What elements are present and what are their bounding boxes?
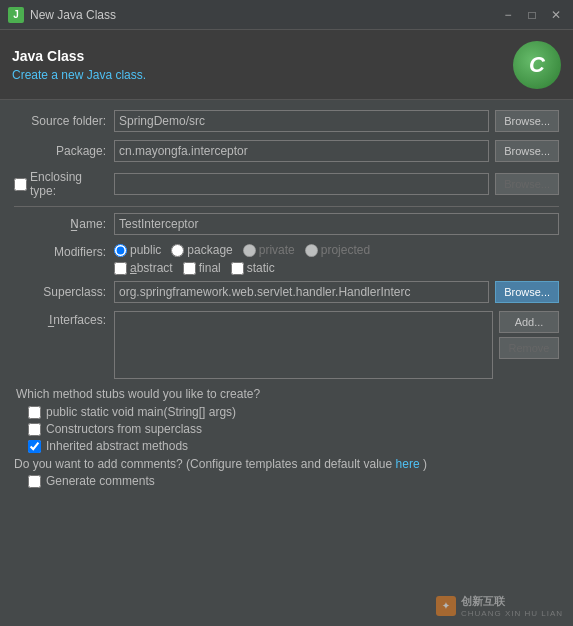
dialog-body: Java Class Create a new Java class. C So… bbox=[0, 30, 573, 626]
interfaces-textarea[interactable] bbox=[114, 311, 493, 379]
method-stubs-question: Which method stubs would you like to cre… bbox=[14, 387, 559, 401]
package-input[interactable] bbox=[114, 140, 489, 162]
window-title: New Java Class bbox=[30, 8, 499, 22]
source-folder-input[interactable] bbox=[114, 110, 489, 132]
separator-1 bbox=[14, 206, 559, 207]
name-label: N̲ame: bbox=[14, 217, 114, 231]
dialog-header: Java Class Create a new Java class. C bbox=[0, 30, 573, 100]
method-inherited-checkbox[interactable] bbox=[28, 440, 41, 453]
enclosing-type-label: Enclosing type: bbox=[30, 170, 110, 198]
method-inherited-item: Inherited abstract methods bbox=[14, 439, 559, 453]
comments-section: Do you want to add comments? (Configure … bbox=[14, 457, 559, 488]
close-button[interactable]: ✕ bbox=[547, 6, 565, 24]
enclosing-type-checkbox[interactable] bbox=[14, 178, 27, 191]
modifiers-check-line: abstract final static bbox=[114, 261, 559, 275]
superclass-browse-button[interactable]: Browse... bbox=[495, 281, 559, 303]
superclass-label: Superclass: bbox=[14, 285, 114, 299]
modifier-abstract-checkbox[interactable] bbox=[114, 262, 127, 275]
source-folder-browse-button[interactable]: Browse... bbox=[495, 110, 559, 132]
superclass-row: Superclass: Browse... bbox=[14, 281, 559, 303]
modifier-projected-label[interactable]: projected bbox=[305, 243, 370, 257]
enclosing-type-row: Enclosing type: Browse... bbox=[14, 170, 559, 198]
generate-comments-label: Generate comments bbox=[46, 474, 155, 488]
interfaces-buttons: Add... Remove bbox=[499, 311, 559, 359]
modifier-final-checkbox[interactable] bbox=[183, 262, 196, 275]
title-bar: J New Java Class − □ ✕ bbox=[0, 0, 573, 30]
remove-interface-button[interactable]: Remove bbox=[499, 337, 559, 359]
modifier-package-label[interactable]: package bbox=[171, 243, 232, 257]
app-icon-label: J bbox=[13, 9, 19, 20]
method-constructors-item: Constructors from superclass bbox=[14, 422, 559, 436]
generate-comments-checkbox[interactable] bbox=[28, 475, 41, 488]
package-browse-button[interactable]: Browse... bbox=[495, 140, 559, 162]
method-constructors-label: Constructors from superclass bbox=[46, 422, 202, 436]
generate-comments-item: Generate comments bbox=[14, 474, 559, 488]
logo-letter: C bbox=[529, 52, 545, 78]
modifier-package-radio[interactable] bbox=[171, 244, 184, 257]
modifiers-label: Modifiers: bbox=[14, 243, 114, 259]
modifier-final-label[interactable]: final bbox=[183, 261, 221, 275]
source-folder-row: Source folder: Browse... bbox=[14, 110, 559, 132]
enclosing-type-cb-wrapper: Enclosing type: bbox=[14, 170, 114, 198]
name-row: N̲ame: bbox=[14, 213, 559, 235]
package-label: Package: bbox=[14, 144, 114, 158]
java-class-logo: C bbox=[513, 41, 561, 89]
dialog-subtitle: Create a new Java class. bbox=[12, 68, 513, 82]
modifiers-row: Modifiers: public package private bbox=[14, 243, 559, 275]
comments-here-link[interactable]: here bbox=[396, 457, 420, 471]
watermark: ✦ 创新互联 CHUANG XIN HU LIAN bbox=[436, 594, 563, 618]
enclosing-type-browse-button[interactable]: Browse... bbox=[495, 173, 559, 195]
modifier-public-radio[interactable] bbox=[114, 244, 127, 257]
watermark-logo: ✦ bbox=[436, 596, 456, 616]
source-folder-label: Source folder: bbox=[14, 114, 114, 128]
name-input[interactable] bbox=[114, 213, 559, 235]
package-row: Package: Browse... bbox=[14, 140, 559, 162]
header-text: Java Class Create a new Java class. bbox=[12, 48, 513, 82]
modifiers-radio-line: public package private projected bbox=[114, 243, 559, 257]
comments-after-link: ) bbox=[423, 457, 427, 471]
minimize-button[interactable]: − bbox=[499, 6, 517, 24]
method-main-item: public static void main(String[] args) bbox=[14, 405, 559, 419]
method-main-label: public static void main(String[] args) bbox=[46, 405, 236, 419]
method-main-checkbox[interactable] bbox=[28, 406, 41, 419]
modifier-private-label[interactable]: private bbox=[243, 243, 295, 257]
modifier-static-checkbox[interactable] bbox=[231, 262, 244, 275]
superclass-input[interactable] bbox=[114, 281, 489, 303]
window-controls: − □ ✕ bbox=[499, 6, 565, 24]
modifier-abstract-label[interactable]: abstract bbox=[114, 261, 173, 275]
modifier-public-label[interactable]: public bbox=[114, 243, 161, 257]
modifier-private-radio[interactable] bbox=[243, 244, 256, 257]
dialog-form: Source folder: Browse... Package: Browse… bbox=[0, 100, 573, 626]
app-icon: J bbox=[8, 7, 24, 23]
dialog-title: Java Class bbox=[12, 48, 513, 64]
add-interface-button[interactable]: Add... bbox=[499, 311, 559, 333]
modifier-static-label[interactable]: static bbox=[231, 261, 275, 275]
enclosing-type-input[interactable] bbox=[114, 173, 489, 195]
method-constructors-checkbox[interactable] bbox=[28, 423, 41, 436]
method-inherited-label: Inherited abstract methods bbox=[46, 439, 188, 453]
watermark-text: 创新互联 CHUANG XIN HU LIAN bbox=[461, 594, 563, 618]
interfaces-row: I̲nterfaces: Add... Remove bbox=[14, 311, 559, 379]
comments-q-text: Do you want to add comments? (Configure … bbox=[14, 457, 392, 471]
maximize-button[interactable]: □ bbox=[523, 6, 541, 24]
comments-question: Do you want to add comments? (Configure … bbox=[14, 457, 559, 471]
modifiers-content: public package private projected bbox=[114, 243, 559, 275]
modifier-projected-radio[interactable] bbox=[305, 244, 318, 257]
interfaces-label: I̲nterfaces: bbox=[14, 311, 114, 327]
